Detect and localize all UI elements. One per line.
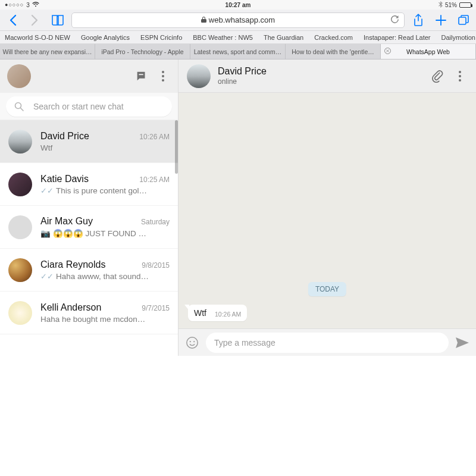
- search-input[interactable]: Search or start new chat: [6, 96, 172, 117]
- message-placeholder: Type a message: [214, 338, 275, 347]
- bookmark-item[interactable]: Cracked.com: [314, 34, 353, 41]
- browser-tab[interactable]: WhatsApp Web: [381, 44, 476, 59]
- svg-point-3: [162, 71, 164, 73]
- chat-avatar: [8, 301, 32, 325]
- new-tab-button[interactable]: [432, 11, 450, 29]
- read-ticks-icon: ✓✓: [40, 272, 54, 281]
- chat-item[interactable]: Kelli Anderson9/7/2015 Haha he bought me…: [0, 292, 178, 334]
- conversation-header: David Price online: [178, 60, 476, 93]
- bookmark-item[interactable]: Google Analytics: [81, 34, 130, 41]
- chat-avatar: [8, 130, 32, 154]
- svg-point-4: [162, 75, 164, 77]
- chat-avatar: [8, 215, 32, 239]
- bookmark-item[interactable]: Instapaper: Read Later: [364, 34, 431, 41]
- search-row: Search or start new chat: [0, 93, 178, 120]
- send-icon[interactable]: [455, 335, 470, 350]
- chat-preview: Haha awww, that sound…: [56, 272, 149, 281]
- conversation-body[interactable]: TODAY Wtf 10:26 AM: [178, 93, 476, 328]
- svg-point-10: [187, 337, 198, 347]
- conversation-avatar[interactable]: [187, 64, 211, 88]
- chat-list-header: [0, 60, 178, 93]
- chat-time: 9/7/2015: [142, 304, 170, 312]
- attach-icon[interactable]: [430, 68, 445, 84]
- svg-point-8: [459, 75, 461, 77]
- chat-list[interactable]: David Price10:26 AM Wtf Katie Davis10:25…: [0, 120, 178, 356]
- chat-preview: Wtf: [40, 143, 52, 152]
- chat-name: Katie Davis: [40, 174, 89, 184]
- chat-avatar: [8, 173, 32, 196]
- clock-label: 10:27 am: [226, 2, 251, 8]
- chat-preview: This is pure content gol…: [56, 186, 147, 195]
- message-input[interactable]: Type a message: [206, 333, 449, 353]
- menu-icon[interactable]: [452, 68, 468, 84]
- tab-label: iPad Pro - Technology - Apple: [101, 48, 183, 55]
- tab-label: Will there be any new expansi…: [3, 48, 92, 55]
- svg-point-9: [459, 79, 461, 82]
- search-icon: [14, 102, 24, 111]
- bookmark-item[interactable]: The Guardian: [264, 34, 303, 41]
- conversation-name: David Price: [218, 66, 267, 77]
- svg-point-5: [162, 79, 164, 82]
- chat-time: 10:25 AM: [139, 176, 170, 184]
- new-chat-icon[interactable]: [134, 68, 149, 84]
- signal-dots-icon: ●○○○○: [5, 2, 24, 8]
- browser-tab[interactable]: Will there be any new expansi…: [0, 44, 95, 59]
- bookmark-item[interactable]: Dailymotion: [441, 34, 475, 41]
- chat-name: David Price: [40, 131, 89, 142]
- menu-icon[interactable]: [155, 68, 171, 84]
- wifi-icon: [32, 2, 39, 8]
- message-incoming[interactable]: Wtf 10:26 AM: [188, 305, 247, 321]
- chat-avatar: [8, 258, 32, 282]
- lock-icon: [201, 16, 206, 24]
- svg-rect-0: [459, 17, 466, 24]
- chat-item[interactable]: Air Max GuySaturday 📷 😱😱😱 JUST FOUND …: [0, 206, 178, 249]
- forward-button[interactable]: [26, 11, 44, 29]
- close-tab-icon[interactable]: [384, 48, 391, 56]
- tab-label: WhatsApp Web: [406, 48, 450, 55]
- safari-toolbar: web.whatsapp.com: [0, 10, 476, 31]
- tab-strip: Will there be any new expansi… iPad Pro …: [0, 44, 476, 60]
- bookmark-item[interactable]: BBC Weather : NW5: [193, 34, 253, 41]
- address-bar[interactable]: web.whatsapp.com: [71, 12, 405, 28]
- chat-preview: 📷 😱😱😱 JUST FOUND …: [40, 228, 146, 238]
- reload-icon[interactable]: [390, 15, 399, 26]
- chat-item[interactable]: Ciara Reynolds9/8/2015 ✓✓Haha awww, that…: [0, 249, 178, 292]
- date-divider: TODAY: [308, 282, 346, 296]
- bookmark-item[interactable]: Macworld S-O-D NEW: [5, 34, 70, 41]
- message-time: 10:26 AM: [215, 311, 241, 318]
- chat-name: Kelli Anderson: [40, 302, 101, 313]
- browser-tab[interactable]: iPad Pro - Technology - Apple: [95, 44, 190, 59]
- conversation-status: online: [218, 77, 267, 86]
- tab-label: Latest news, sport and comm…: [194, 48, 282, 55]
- chat-name: Ciara Reynolds: [40, 259, 105, 270]
- chat-time: Saturday: [141, 218, 170, 226]
- svg-point-11: [190, 341, 191, 342]
- search-placeholder: Search or start new chat: [33, 102, 124, 111]
- bluetooth-icon: [439, 1, 443, 9]
- scrollbar-thumb[interactable]: [175, 120, 178, 174]
- share-button[interactable]: [409, 11, 427, 29]
- emoji-icon[interactable]: [184, 335, 200, 350]
- svg-point-12: [193, 341, 195, 342]
- browser-tab[interactable]: How to deal with the 'gentle…: [286, 44, 381, 59]
- url-label: web.whatsapp.com: [209, 15, 275, 24]
- carrier-label: 3: [26, 2, 30, 8]
- battery-pct-label: 51%: [445, 2, 457, 8]
- bookmark-item[interactable]: ESPN Cricinfo: [140, 34, 182, 41]
- battery-icon: [459, 2, 471, 8]
- browser-tab[interactable]: Latest news, sport and comm…: [190, 44, 286, 59]
- chat-item[interactable]: Katie Davis10:25 AM ✓✓This is pure conte…: [0, 163, 178, 206]
- conversation-panel: David Price online TODAY Wtf 10:26 AM: [178, 60, 476, 356]
- read-ticks-icon: ✓✓: [40, 186, 54, 195]
- tabs-button[interactable]: [455, 11, 472, 29]
- bookmarks-button[interactable]: [49, 11, 67, 29]
- chat-name: Air Max Guy: [40, 216, 93, 227]
- chat-item[interactable]: David Price10:26 AM Wtf: [0, 120, 178, 163]
- blank-area: [0, 356, 476, 476]
- bookmarks-bar: Macworld S-O-D NEW Google Analytics ESPN…: [0, 31, 476, 44]
- whatsapp-web-app: Search or start new chat David Price10:2…: [0, 60, 476, 356]
- back-button[interactable]: [4, 11, 21, 29]
- message-text: Wtf: [194, 308, 206, 318]
- svg-rect-2: [139, 74, 143, 75]
- self-avatar[interactable]: [7, 64, 31, 88]
